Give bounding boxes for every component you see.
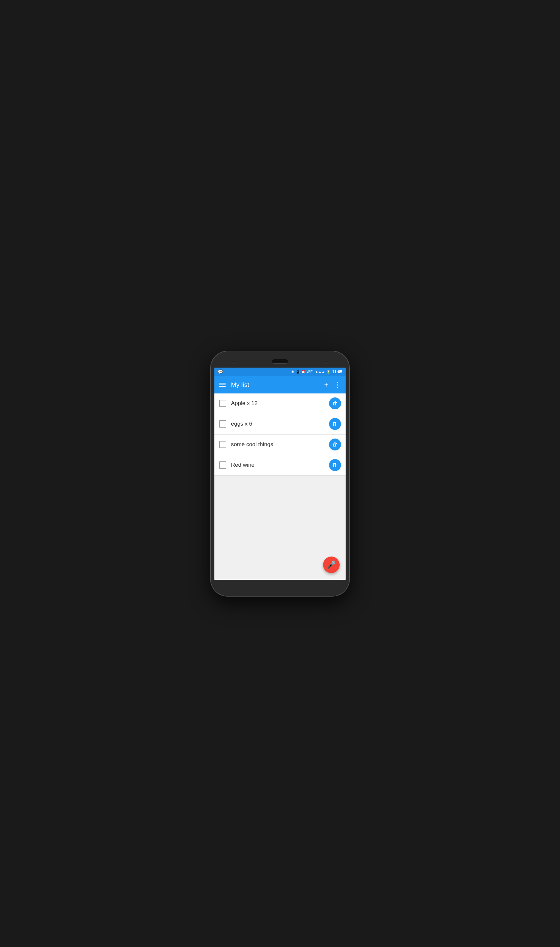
signal-icon: ▲▲▲ — [315, 370, 325, 374]
earpiece-speaker — [272, 359, 288, 363]
notification-icon: 💬 — [218, 369, 223, 374]
bluetooth-icon: ✱ — [291, 370, 294, 374]
checkbox-item-1[interactable] — [219, 400, 226, 407]
list-item: eggs x 6 🗑 — [214, 414, 346, 434]
phone-top-hardware — [214, 355, 346, 368]
app-bar-actions: + ⋮ — [324, 381, 341, 388]
item-text-4: Red wine — [231, 462, 325, 468]
delete-button-2[interactable]: 🗑 — [329, 418, 341, 430]
status-left: 💬 — [218, 369, 223, 374]
status-right: ✱ 📳 ⏰ WiFi ▲▲▲ 🔋 11:05 — [291, 370, 342, 374]
item-text-2: eggs x 6 — [231, 420, 325, 427]
item-text-1: Apple x 12 — [231, 400, 325, 407]
phone-device: 💬 ✱ 📳 ⏰ WiFi ▲▲▲ 🔋 11:05 — [211, 351, 349, 596]
trash-icon-4: 🗑 — [332, 462, 338, 468]
clock: 11:05 — [332, 370, 342, 374]
menu-button[interactable] — [219, 383, 226, 387]
list-item: Red wine 🗑 — [214, 455, 346, 476]
list-content: Apple x 12 🗑 eggs x 6 🗑 some cool things — [214, 393, 346, 580]
battery-icon: 🔋 — [326, 370, 330, 374]
vibrate-icon: 📳 — [295, 370, 300, 374]
screen-area: 💬 ✱ 📳 ⏰ WiFi ▲▲▲ 🔋 11:05 — [214, 368, 346, 580]
list-item: some cool things 🗑 — [214, 434, 346, 455]
delete-button-4[interactable]: 🗑 — [329, 459, 341, 471]
delete-button-3[interactable]: 🗑 — [329, 439, 341, 450]
status-bar: 💬 ✱ 📳 ⏰ WiFi ▲▲▲ 🔋 11:05 — [214, 368, 346, 376]
trash-icon-2: 🗑 — [332, 421, 338, 427]
trash-icon-3: 🗑 — [332, 442, 338, 448]
wifi-icon: WiFi — [307, 370, 314, 374]
phone-bottom-hardware — [214, 580, 346, 592]
checkbox-item-2[interactable] — [219, 420, 226, 428]
alarm-icon: ⏰ — [301, 370, 305, 374]
app-bar: My list + ⋮ — [214, 376, 346, 393]
front-camera — [232, 360, 235, 363]
delete-button-1[interactable]: 🗑 — [329, 397, 341, 410]
list-item: Apple x 12 🗑 — [214, 393, 346, 414]
phone-screen: 💬 ✱ 📳 ⏰ WiFi ▲▲▲ 🔋 11:05 — [214, 355, 346, 592]
more-options-button[interactable]: ⋮ — [334, 381, 341, 388]
trash-icon-1: 🗑 — [332, 400, 338, 407]
voice-fab[interactable]: 🎤 — [323, 556, 340, 573]
checkbox-item-3[interactable] — [219, 441, 226, 448]
app-title: My list — [231, 381, 319, 388]
microphone-icon: 🎤 — [327, 561, 336, 569]
checkbox-item-4[interactable] — [219, 461, 226, 469]
add-button[interactable]: + — [324, 381, 328, 388]
sensor — [325, 360, 328, 363]
item-text-3: some cool things — [231, 441, 325, 448]
